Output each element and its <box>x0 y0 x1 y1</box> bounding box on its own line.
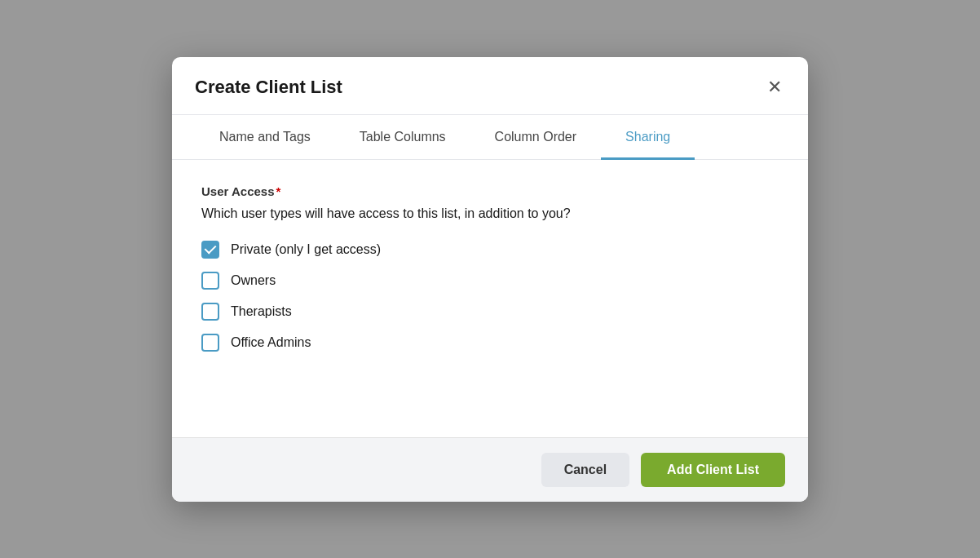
checkbox-list: Private (only I get access) Owners Thera… <box>201 241 779 352</box>
create-client-list-modal: Create Client List ✕ Name and Tags Table… <box>172 57 808 502</box>
checkbox-label-owners: Owners <box>231 273 276 288</box>
tab-table-columns[interactable]: Table Columns <box>335 115 470 160</box>
tab-sharing[interactable]: Sharing <box>601 115 695 160</box>
checkbox-label-office-admins: Office Admins <box>231 335 311 350</box>
modal-title: Create Client List <box>195 77 342 98</box>
checkbox-office-admins[interactable] <box>201 334 219 352</box>
cancel-button[interactable]: Cancel <box>541 453 629 487</box>
add-client-list-button[interactable]: Add Client List <box>641 453 785 487</box>
checkbox-owners[interactable] <box>201 272 219 290</box>
tab-column-order[interactable]: Column Order <box>470 115 601 160</box>
question-text: Which user types will have access to thi… <box>201 205 779 223</box>
tab-name-and-tags[interactable]: Name and Tags <box>195 115 335 160</box>
checkbox-private[interactable] <box>201 241 219 259</box>
modal-body: User Access* Which user types will have … <box>172 160 808 437</box>
user-access-label: User Access* <box>201 184 779 198</box>
checkbox-item-private[interactable]: Private (only I get access) <box>201 241 779 259</box>
checkbox-item-office-admins[interactable]: Office Admins <box>201 334 779 352</box>
checkbox-label-therapists: Therapists <box>231 304 292 319</box>
modal-header: Create Client List ✕ <box>172 57 808 115</box>
tab-bar: Name and Tags Table Columns Column Order… <box>172 115 808 160</box>
checkbox-therapists[interactable] <box>201 303 219 321</box>
close-button[interactable]: ✕ <box>764 75 785 100</box>
checkbox-item-owners[interactable]: Owners <box>201 272 779 290</box>
checkbox-label-private: Private (only I get access) <box>231 242 381 257</box>
checkbox-item-therapists[interactable]: Therapists <box>201 303 779 321</box>
required-star: * <box>276 184 281 198</box>
modal-footer: Cancel Add Client List <box>172 437 808 502</box>
